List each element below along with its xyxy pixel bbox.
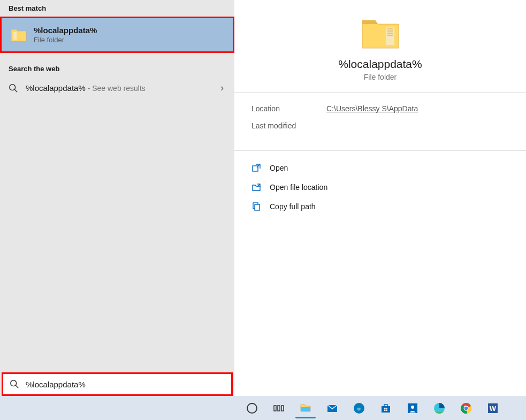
search-bar[interactable] xyxy=(2,372,233,396)
location-link[interactable]: C:\Users\Blessy S\AppData xyxy=(326,104,418,113)
chrome-button[interactable] xyxy=(456,398,476,418)
edge-icon xyxy=(433,402,446,415)
copy-icon xyxy=(251,202,261,211)
search-web-result[interactable]: %localappdata% - See web results › xyxy=(0,77,234,99)
svg-point-11 xyxy=(11,380,17,386)
svg-point-1 xyxy=(10,84,16,90)
chrome-icon xyxy=(460,402,472,415)
svg-point-27 xyxy=(411,406,414,409)
folder-icon xyxy=(10,27,27,42)
svg-rect-22 xyxy=(384,408,386,409)
svg-text:D: D xyxy=(357,407,361,411)
dell-icon: D xyxy=(353,402,365,415)
svg-rect-25 xyxy=(386,409,388,411)
last-modified-label: Last modified xyxy=(251,121,326,130)
open-icon xyxy=(251,163,261,173)
open-folder-icon xyxy=(251,182,261,192)
svg-line-2 xyxy=(14,89,17,92)
best-match-result[interactable]: %localappdata% File folder xyxy=(0,17,234,53)
search-results-panel: Best match %localappdata% File folder Se… xyxy=(0,0,234,396)
task-view-button[interactable] xyxy=(269,398,289,418)
preview-subtitle: File folder xyxy=(234,73,526,81)
svg-line-12 xyxy=(16,385,18,388)
word-icon: W xyxy=(486,402,499,415)
open-action[interactable]: Open xyxy=(248,158,512,178)
svg-point-13 xyxy=(247,403,257,413)
word-button[interactable]: W xyxy=(483,398,503,418)
edge-button[interactable] xyxy=(429,398,449,418)
preview-title: %localappdata% xyxy=(234,58,526,71)
search-web-header: Search the web xyxy=(0,60,234,77)
best-match-header: Best match xyxy=(0,0,234,17)
preview-panel: %localappdata% File folder Location C:\U… xyxy=(234,0,526,396)
best-match-subtitle: File folder xyxy=(34,36,97,44)
file-explorer-button[interactable] xyxy=(295,398,316,418)
app-button[interactable] xyxy=(402,398,423,418)
task-view-icon xyxy=(272,402,285,415)
svg-point-33 xyxy=(464,406,468,410)
best-match-title: %localappdata% xyxy=(34,26,97,35)
folder-icon xyxy=(299,401,312,414)
search-icon xyxy=(10,379,19,389)
svg-text:W: W xyxy=(490,404,497,413)
svg-rect-23 xyxy=(386,408,388,409)
svg-rect-10 xyxy=(255,204,260,210)
taskbar: D xyxy=(0,396,526,420)
chevron-right-icon: › xyxy=(220,82,224,94)
svg-rect-0 xyxy=(13,32,17,40)
cortana-button[interactable] xyxy=(242,398,262,418)
dell-button[interactable]: D xyxy=(349,398,369,418)
folder-icon xyxy=(360,15,401,51)
svg-rect-16 xyxy=(281,406,284,411)
app-icon xyxy=(406,402,419,415)
open-file-location-action[interactable]: Open file location xyxy=(248,178,512,197)
svg-rect-14 xyxy=(274,406,276,411)
search-icon xyxy=(9,83,18,93)
web-query: %localappdata% xyxy=(26,83,86,93)
store-icon xyxy=(379,402,392,415)
cortana-icon xyxy=(246,402,258,415)
search-input[interactable] xyxy=(26,380,225,389)
svg-rect-8 xyxy=(253,166,258,171)
mail-icon xyxy=(326,402,339,415)
svg-rect-15 xyxy=(278,406,280,411)
svg-rect-24 xyxy=(384,409,386,411)
mail-button[interactable] xyxy=(322,398,342,418)
svg-rect-17 xyxy=(301,407,310,411)
svg-rect-21 xyxy=(382,406,390,413)
location-label: Location xyxy=(251,104,326,113)
copy-full-path-action[interactable]: Copy full path xyxy=(248,197,512,216)
svg-rect-3 xyxy=(386,27,394,45)
web-hint: - See web results xyxy=(86,84,146,93)
store-button[interactable] xyxy=(376,398,396,418)
